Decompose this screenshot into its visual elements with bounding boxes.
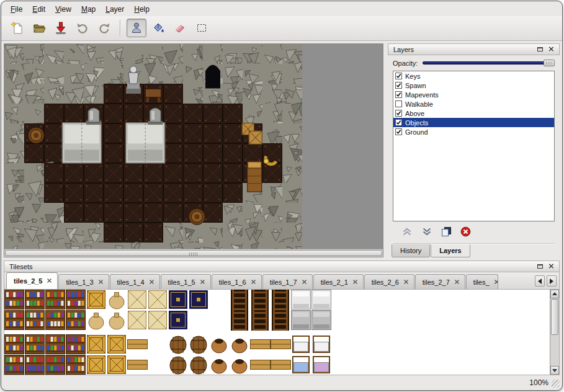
layer-list: KeysSpawnMapeventsWalkableAboveObjectsGr… xyxy=(393,71,555,221)
float-panel-icon xyxy=(537,46,544,53)
layer-row-spawn[interactable]: Spawn xyxy=(393,81,554,90)
layer-row-ground[interactable]: Ground xyxy=(393,127,554,136)
tileset-canvas[interactable] xyxy=(4,290,550,375)
layer-label: Spawn xyxy=(405,82,426,89)
close-tab-icon[interactable] xyxy=(302,278,307,286)
opacity-row: Opacity: xyxy=(388,55,560,69)
scroll-tabs-right-button[interactable] xyxy=(547,275,557,287)
vertical-scrollbar-track[interactable] xyxy=(550,298,559,366)
main-row: Layers Opacity: KeysSpawnMapeventsWalkab… xyxy=(1,41,562,257)
layer-checkbox[interactable] xyxy=(395,82,402,89)
duplicate-layer-icon xyxy=(441,226,452,239)
close-panel-button[interactable] xyxy=(547,45,556,53)
layer-label: Keys xyxy=(405,73,420,80)
save-icon xyxy=(54,21,68,35)
map-canvas[interactable] xyxy=(4,44,302,249)
tileset-tab-tiles_[interactable]: tiles_ xyxy=(466,274,498,289)
eraser-tool-icon xyxy=(173,21,187,35)
vertical-scrollbar-thumb[interactable] xyxy=(551,299,558,335)
float-panel-icon xyxy=(537,263,544,270)
fill-tool-icon xyxy=(151,21,165,35)
layer-row-mapevents[interactable]: Mapevents xyxy=(393,90,554,99)
opacity-slider-handle[interactable] xyxy=(544,60,555,66)
delete-layer-icon xyxy=(460,226,471,239)
save-button[interactable] xyxy=(51,19,71,37)
layer-checkbox[interactable] xyxy=(395,73,402,79)
close-tab-icon[interactable] xyxy=(47,277,52,285)
close-tab-icon[interactable] xyxy=(494,278,498,286)
tileset-tab-tiles_2_1[interactable]: tiles_2_1 xyxy=(313,274,364,289)
layer-row-objects[interactable]: Objects xyxy=(393,118,554,127)
menu-item-help[interactable]: Help xyxy=(130,4,154,15)
open-icon xyxy=(32,21,46,35)
layer-checkbox[interactable] xyxy=(395,128,402,135)
vertical-splitter[interactable] xyxy=(383,43,388,257)
stamp-tool-icon xyxy=(130,21,143,35)
scrollbar-grip xyxy=(189,252,198,256)
move-layer-down-button[interactable] xyxy=(421,226,432,239)
layer-row-above[interactable]: Above xyxy=(393,109,554,118)
menu-item-view[interactable]: View xyxy=(51,4,76,15)
new-button[interactable] xyxy=(7,19,27,37)
panel-tab-layers[interactable]: Layers xyxy=(431,244,470,257)
select-tool-button[interactable] xyxy=(192,19,212,37)
panel-tab-history[interactable]: History xyxy=(392,244,430,257)
close-panel-button[interactable] xyxy=(547,262,556,270)
menu-item-file[interactable]: File xyxy=(6,4,27,15)
tileset-vertical-scrollbar[interactable] xyxy=(550,290,559,375)
layer-label: Mapevents xyxy=(405,91,439,99)
tileset-tab-tiles_2_5[interactable]: tiles_2_5 xyxy=(6,272,58,289)
tileset-tab-tiles_2_6[interactable]: tiles_2_6 xyxy=(364,274,414,289)
eraser-tool-button[interactable] xyxy=(170,19,190,37)
tileset-tab-tiles_1_7[interactable]: tiles_1_7 xyxy=(262,274,313,289)
menu-item-map[interactable]: Map xyxy=(77,4,100,15)
scroll-up-button[interactable] xyxy=(550,290,559,298)
close-tab-icon[interactable] xyxy=(251,278,256,286)
menu-item-layer[interactable]: Layer xyxy=(101,4,128,15)
tileset-tab-label: tiles_2_5 xyxy=(14,277,42,285)
close-tab-icon[interactable] xyxy=(403,278,409,286)
duplicate-layer-button[interactable] xyxy=(441,226,452,239)
undo-button[interactable] xyxy=(73,19,92,37)
layer-checkbox[interactable] xyxy=(395,91,402,98)
horizontal-scrollbar-thumb[interactable] xyxy=(5,250,382,256)
stamp-tool-button[interactable] xyxy=(127,19,146,37)
new-file-icon xyxy=(11,21,24,35)
tileset-tab-tiles_1_3[interactable]: tiles_1_3 xyxy=(58,274,109,289)
close-tab-icon[interactable] xyxy=(200,278,205,286)
tileset-viewport xyxy=(4,290,560,375)
panel-tab-bar: HistoryLayers xyxy=(388,244,560,257)
tileset-tab-tiles_2_7[interactable]: tiles_2_7 xyxy=(415,274,465,289)
float-panel-button[interactable] xyxy=(535,262,545,270)
select-tool-icon xyxy=(195,21,208,35)
tileset-tab-tiles_1_6[interactable]: tiles_1_6 xyxy=(212,274,262,289)
scroll-down-button[interactable] xyxy=(550,366,559,375)
tileset-tab-tiles_1_5[interactable]: tiles_1_5 xyxy=(161,274,211,289)
move-layer-up-button[interactable] xyxy=(401,226,413,239)
close-tab-icon[interactable] xyxy=(454,278,460,286)
close-tab-icon[interactable] xyxy=(149,278,154,286)
fill-tool-button[interactable] xyxy=(148,19,168,37)
undo-icon xyxy=(76,21,89,35)
opacity-slider[interactable] xyxy=(423,59,555,67)
close-tab-icon[interactable] xyxy=(98,278,104,286)
scroll-tabs-left-button[interactable] xyxy=(535,275,545,287)
layer-row-walkable[interactable]: Walkable xyxy=(393,99,554,109)
layer-label: Objects xyxy=(405,119,428,127)
map-horizontal-scrollbar[interactable] xyxy=(4,249,383,257)
tileset-tab-tiles_1_4[interactable]: tiles_1_4 xyxy=(110,274,160,289)
layers-panel-titlebar: Layers xyxy=(388,43,560,55)
close-tab-icon[interactable] xyxy=(352,278,358,286)
tileset-tab-label: tiles_1_6 xyxy=(219,278,246,286)
layer-checkbox[interactable] xyxy=(395,110,402,117)
close-panel-icon xyxy=(548,46,555,53)
delete-layer-button[interactable] xyxy=(460,226,471,239)
layer-row-keys[interactable]: Keys xyxy=(393,71,554,81)
layer-checkbox[interactable] xyxy=(395,100,402,107)
resize-grip[interactable] xyxy=(552,380,560,388)
float-panel-button[interactable] xyxy=(535,45,545,53)
menu-item-edit[interactable]: Edit xyxy=(28,4,50,15)
layer-checkbox[interactable] xyxy=(395,119,402,126)
open-button[interactable] xyxy=(29,19,49,37)
redo-button[interactable] xyxy=(94,19,114,37)
